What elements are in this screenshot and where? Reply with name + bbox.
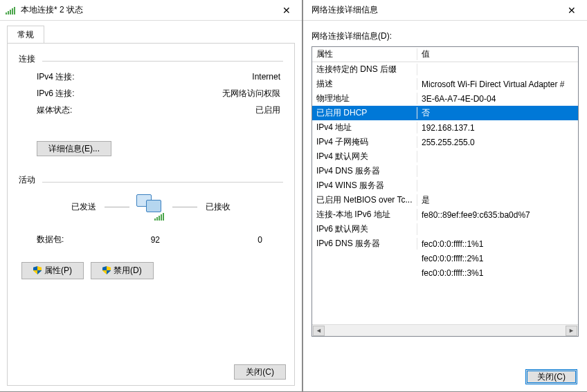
close-button[interactable]: 关闭(C) [525, 369, 577, 384]
activity-section: 活动 已发送 已接收 数据包: 92 [19, 174, 283, 245]
header-property[interactable]: 属性 [312, 48, 417, 60]
cell-value: 3E-6A-A7-4E-D0-04 [417, 94, 578, 104]
row-ipv6: IPv6 连接: 无网络访问权限 [37, 85, 283, 102]
close-icon[interactable]: ✕ [271, 0, 302, 20]
bottom-buttons: 属性(P) 禁用(D) [21, 262, 283, 279]
ipv4-label: IPv4 连接: [37, 71, 120, 83]
media-value: 已启用 [120, 104, 283, 116]
cell-value: 192.168.137.1 [417, 123, 578, 133]
scroll-right-icon[interactable]: ► [566, 326, 577, 336]
cell-value: fec0:0:0:ffff::1%1 [417, 239, 578, 249]
cell-property: IPv4 WINS 服务器 [312, 180, 417, 192]
cell-property: IPv4 DNS 服务器 [312, 165, 417, 177]
header-value[interactable]: 值 [417, 48, 578, 60]
cell-property: 物理地址 [312, 93, 417, 104]
activity-label: 活动 [19, 174, 283, 186]
status-titlebar[interactable]: 本地连接* 2 状态 ✕ [0, 0, 302, 21]
table-row[interactable]: IPv4 WINS 服务器 [312, 178, 578, 193]
close-row: 关闭(C) [525, 371, 577, 383]
status-dialog: 本地连接* 2 状态 ✕ 常规 连接 IPv4 连接: Internet IPv… [0, 0, 302, 392]
disable-button-label: 禁用(D) [114, 265, 142, 275]
details-body: 网络连接详细信息(D): 属性 值 连接特定的 DNS 后缀描述Microsof… [303, 21, 587, 391]
tab-row: 常规 [7, 25, 295, 43]
ipv6-value: 无网络访问权限 [120, 88, 283, 100]
divider [42, 61, 283, 62]
details-title: 网络连接详细信息 [309, 4, 556, 16]
media-label: 媒体状态: [37, 104, 120, 116]
table-header: 属性 值 [312, 47, 578, 62]
table-row[interactable]: IPv6 默认网关 [312, 222, 578, 236]
cell-property: IPv6 DNS 服务器 [312, 238, 417, 250]
scroll-left-icon[interactable]: ◄ [313, 326, 325, 336]
close-row: 关闭(C) [234, 366, 286, 378]
activity-row: 已发送 已接收 [19, 189, 283, 224]
ipv6-label: IPv6 连接: [37, 88, 120, 100]
shield-icon [102, 266, 111, 274]
table-rows[interactable]: 连接特定的 DNS 后缀描述Microsoft Wi-Fi Direct Vir… [312, 62, 578, 324]
cell-property: 已启用 NetBIOS over Tc... [312, 194, 417, 206]
properties-button[interactable]: 属性(P) [21, 262, 84, 279]
dash [172, 207, 197, 207]
cell-value: fec0:0:0:ffff::2%1 [417, 254, 578, 263]
row-ipv4: IPv4 连接: Internet [37, 68, 283, 85]
table-row[interactable]: 连接特定的 DNS 后缀 [312, 62, 578, 77]
table-row[interactable]: IPv4 子网掩码255.255.255.0 [312, 135, 578, 149]
row-media: 媒体状态: 已启用 [37, 102, 283, 118]
packets-sent: 92 [99, 235, 160, 245]
table-row[interactable]: fec0:0:0:ffff::2%1 [312, 251, 578, 265]
table-row[interactable]: IPv4 DNS 服务器 [312, 164, 578, 178]
horizontal-scrollbar[interactable]: ◄ ► [312, 324, 578, 336]
table-row[interactable]: IPv6 DNS 服务器fec0:0:0:ffff::1%1 [312, 236, 578, 251]
table-row[interactable]: fec0:0:0:ffff::3%1 [312, 265, 578, 280]
divider [42, 182, 283, 183]
packets-label: 数据包: [37, 234, 99, 245]
cell-value: fe80::89ef:fee9:c635:ba0d%7 [417, 210, 578, 220]
details-caption: 网络连接详细信息(D): [311, 30, 579, 42]
table-row[interactable]: IPv4 地址192.168.137.1 [312, 120, 578, 135]
cell-property: 已启用 DHCP [312, 107, 417, 119]
signal-icon [154, 212, 164, 221]
shield-icon [33, 266, 42, 274]
cell-value: 是 [417, 194, 578, 206]
cell-property: IPv6 默认网关 [312, 223, 417, 235]
packets-received: 0 [182, 235, 265, 245]
close-icon[interactable]: ✕ [556, 0, 587, 20]
close-button[interactable]: 关闭(C) [234, 364, 286, 380]
cell-value: fec0:0:0:ffff::3%1 [417, 268, 578, 278]
cell-property: 描述 [312, 78, 417, 90]
status-body: 常规 连接 IPv4 连接: Internet IPv6 连接: 无网络访问权限… [0, 21, 302, 391]
details-table: 属性 值 连接特定的 DNS 后缀描述Microsoft Wi-Fi Direc… [311, 46, 579, 337]
cell-property: 连接特定的 DNS 后缀 [312, 64, 417, 75]
sent-label: 已发送 [44, 201, 99, 213]
connection-section-label: 连接 [19, 53, 283, 65]
status-title: 本地连接* 2 状态 [18, 4, 271, 16]
table-row[interactable]: 已启用 NetBIOS over Tc...是 [312, 193, 578, 207]
cell-property: IPv4 子网掩码 [312, 136, 417, 148]
properties-button-label: 属性(P) [44, 265, 72, 275]
cell-property: IPv4 地址 [312, 122, 417, 133]
cell-property: 连接-本地 IPv6 地址 [312, 209, 417, 221]
tab-general[interactable]: 常规 [7, 26, 44, 44]
table-row[interactable]: IPv4 默认网关 [312, 149, 578, 164]
disable-button[interactable]: 禁用(D) [91, 262, 154, 279]
connection-values: IPv4 连接: Internet IPv6 连接: 无网络访问权限 媒体状态:… [37, 68, 283, 118]
cell-value: Microsoft Wi-Fi Direct Virtual Adapter # [417, 80, 578, 89]
cell-property: IPv4 默认网关 [312, 151, 417, 162]
table-row[interactable]: 已启用 DHCP否 [312, 106, 578, 120]
tab-content: 连接 IPv4 连接: Internet IPv6 连接: 无网络访问权限 媒体… [7, 43, 295, 386]
details-titlebar[interactable]: 网络连接详细信息 ✕ [303, 0, 587, 21]
details-row: 详细信息(E)... [37, 143, 283, 155]
cell-value: 否 [417, 107, 578, 119]
details-dialog: 网络连接详细信息 ✕ 网络连接详细信息(D): 属性 值 连接特定的 DNS 后… [302, 0, 587, 392]
table-row[interactable]: 物理地址3E-6A-A7-4E-D0-04 [312, 91, 578, 106]
signal-icon [6, 6, 15, 15]
table-row[interactable]: 连接-本地 IPv6 地址fe80::89ef:fee9:c635:ba0d%7 [312, 207, 578, 222]
dash [105, 207, 129, 207]
details-button[interactable]: 详细信息(E)... [37, 141, 111, 156]
network-icon [135, 193, 167, 221]
received-label: 已接收 [203, 201, 258, 213]
cell-value: 255.255.255.0 [417, 138, 578, 147]
packets-row: 数据包: 92 0 [37, 234, 265, 245]
table-row[interactable]: 描述Microsoft Wi-Fi Direct Virtual Adapter… [312, 77, 578, 91]
ipv4-value: Internet [120, 72, 283, 82]
